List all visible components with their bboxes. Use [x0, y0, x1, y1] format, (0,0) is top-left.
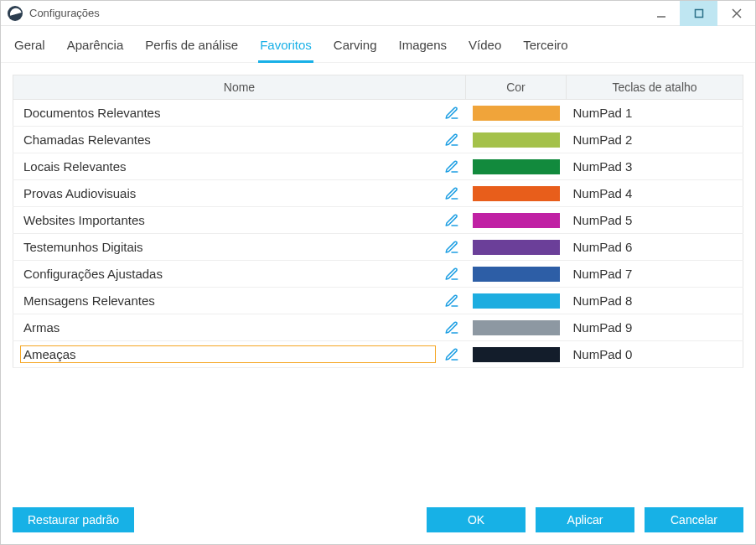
ok-button[interactable]: OK: [427, 507, 526, 532]
table-row: Documentos RelevantesNumPad 1: [13, 100, 743, 127]
shortcut-key: NumPad 6: [567, 234, 743, 261]
color-swatch[interactable]: [473, 320, 560, 335]
tab-label: Terceiro: [523, 38, 567, 52]
pencil-icon[interactable]: [444, 106, 459, 121]
dialog-footer: Restaurar padrão OK Aplicar Cancelar: [1, 497, 755, 544]
pencil-icon[interactable]: [444, 347, 459, 362]
color-swatch[interactable]: [473, 106, 560, 121]
favorite-name[interactable]: Documentos Relevantes: [20, 104, 436, 122]
table-row: Websites ImportantesNumPad 5: [13, 207, 743, 234]
favorite-name[interactable]: Testemunhos Digitais: [20, 238, 436, 256]
shortcut-key: NumPad 2: [567, 127, 743, 153]
color-swatch[interactable]: [473, 267, 560, 282]
tab-video[interactable]: Vídeo: [467, 33, 503, 62]
favorites-table: Nome Cor Teclas de atalho Documentos Rel…: [13, 75, 743, 368]
restore-default-button[interactable]: Restaurar padrão: [13, 507, 134, 532]
column-header-color[interactable]: Cor: [466, 75, 567, 100]
table-row: AmeaçasNumPad 0: [13, 341, 743, 368]
pencil-icon[interactable]: [444, 240, 459, 255]
pencil-icon[interactable]: [444, 293, 459, 309]
pencil-icon[interactable]: [444, 267, 459, 282]
tab-label: Aparência: [67, 38, 124, 52]
color-swatch[interactable]: [473, 293, 560, 309]
table-row: Chamadas RelevantesNumPad 2: [13, 127, 743, 153]
favorite-name[interactable]: Locais Relevantes: [20, 158, 436, 175]
titlebar: Configurações: [1, 1, 755, 26]
pencil-icon[interactable]: [444, 132, 459, 148]
maximize-icon: [694, 8, 704, 18]
color-swatch[interactable]: [473, 213, 560, 228]
tab-terceiro[interactable]: Terceiro: [521, 33, 569, 62]
close-button[interactable]: [717, 1, 755, 26]
maximize-button[interactable]: [680, 1, 717, 26]
color-swatch[interactable]: [473, 347, 560, 362]
tab-carving[interactable]: Carving: [332, 33, 379, 62]
tab-label: Perfis de análise: [145, 38, 238, 52]
pencil-icon[interactable]: [444, 213, 459, 228]
shortcut-key: NumPad 5: [567, 207, 743, 234]
color-swatch[interactable]: [473, 132, 560, 148]
shortcut-key: NumPad 0: [567, 341, 743, 368]
tab-aparencia[interactable]: Aparência: [65, 33, 126, 62]
shortcut-key: NumPad 8: [567, 288, 743, 314]
minimize-icon: [656, 8, 666, 18]
favorite-name[interactable]: Mensagens Relevantes: [20, 292, 436, 309]
pencil-icon[interactable]: [444, 186, 459, 201]
color-swatch[interactable]: [473, 159, 560, 174]
table-row: Testemunhos DigitaisNumPad 6: [13, 234, 743, 261]
tab-bar: GeralAparênciaPerfis de análiseFavoritos…: [1, 26, 755, 63]
favorite-name[interactable]: Websites Importantes: [20, 211, 436, 229]
tab-perfis[interactable]: Perfis de análise: [143, 33, 240, 62]
close-icon: [731, 8, 743, 19]
shortcut-key: NumPad 9: [567, 314, 743, 341]
tab-label: Carving: [334, 38, 377, 52]
tab-geral[interactable]: Geral: [13, 33, 47, 62]
table-row: Mensagens RelevantesNumPad 8: [13, 288, 743, 314]
tab-label: Vídeo: [469, 38, 501, 52]
color-swatch[interactable]: [473, 186, 560, 201]
table-row: Provas AudiovisuaisNumPad 4: [13, 180, 743, 207]
favorite-name[interactable]: Armas: [20, 319, 436, 336]
column-header-name[interactable]: Nome: [13, 75, 466, 100]
tab-imagens[interactable]: Imagens: [397, 33, 449, 62]
tab-label: Geral: [14, 38, 45, 52]
settings-window: Configurações GeralAparênciaPerfis de an…: [0, 0, 756, 545]
shortcut-key: NumPad 1: [567, 100, 743, 127]
apply-button[interactable]: Aplicar: [536, 507, 634, 532]
svg-rect-1: [695, 9, 702, 17]
color-swatch[interactable]: [473, 240, 560, 255]
window-title: Configurações: [29, 7, 100, 19]
favorite-name[interactable]: Chamadas Relevantes: [20, 131, 436, 148]
table-row: Locais RelevantesNumPad 3: [13, 153, 743, 180]
shortcut-key: NumPad 7: [567, 261, 743, 288]
app-icon: [8, 6, 23, 21]
table-row: ArmasNumPad 9: [13, 314, 743, 341]
tab-label: Imagens: [399, 38, 448, 52]
shortcut-key: NumPad 3: [567, 153, 743, 180]
table-row: Configurações AjustadasNumPad 7: [13, 261, 743, 288]
favorite-name[interactable]: Provas Audiovisuais: [20, 184, 436, 202]
cancel-button[interactable]: Cancelar: [645, 507, 743, 532]
favorite-name[interactable]: Configurações Ajustadas: [20, 265, 436, 283]
pencil-icon[interactable]: [444, 159, 459, 174]
tab-favoritos[interactable]: Favoritos: [258, 33, 313, 63]
shortcut-key: NumPad 4: [567, 180, 743, 207]
tab-content-favoritos: Nome Cor Teclas de atalho Documentos Rel…: [1, 63, 755, 497]
column-header-keys[interactable]: Teclas de atalho: [567, 75, 743, 100]
minimize-button[interactable]: [642, 1, 680, 26]
tab-label: Favoritos: [260, 38, 312, 52]
favorite-name[interactable]: Ameaças: [20, 345, 436, 363]
pencil-icon[interactable]: [444, 320, 459, 335]
